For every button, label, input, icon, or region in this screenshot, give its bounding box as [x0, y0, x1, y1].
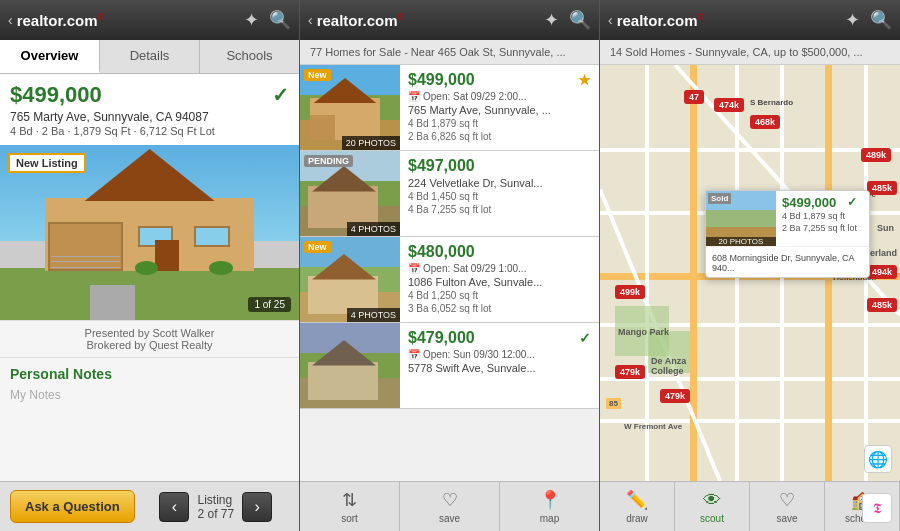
cal-icon-1: 📅: [408, 91, 420, 102]
header-actions-1: ✦ 🔍: [244, 9, 291, 31]
popup-address: 608 Morningside Dr, Sunnyvale, CA 940...: [712, 253, 863, 273]
back-button-3[interactable]: ‹: [608, 12, 613, 28]
tab-details[interactable]: Details: [100, 40, 200, 73]
l-addr-3: 1086 Fulton Ave, Sunvale...: [408, 276, 591, 288]
price-bubble[interactable]: 474k: [714, 98, 744, 112]
popup-thumb: Sold 20 PHOTOS $499,000 ✓ 4 Bd 1,879 sq …: [706, 191, 869, 246]
l-beds-3: 4 Bd 1,250 sq ft: [408, 290, 591, 301]
sort-button[interactable]: ⇅ sort: [300, 482, 400, 531]
next-listing-button[interactable]: ›: [242, 492, 272, 522]
listing-info-4: $479,000 ✓ 📅 Open: Sun 09/30 12:00... 57…: [400, 323, 599, 408]
saved-checkmark: ✓: [272, 83, 289, 107]
personal-notes-section: Personal Notes My Notes: [0, 358, 299, 416]
favorite-icon-2[interactable]: ✦: [544, 9, 559, 31]
search-icon-3[interactable]: 🔍: [870, 9, 892, 31]
l-price-2: $497,000: [408, 157, 591, 175]
map-background: Mango Park De AnzaCollege Sun Cumberland…: [600, 65, 900, 481]
popup-price: $499,000 ✓: [782, 195, 857, 210]
tab-overview[interactable]: Overview: [0, 40, 100, 73]
save-label-2: save: [439, 513, 460, 524]
draw-button[interactable]: ✏️ draw: [600, 482, 675, 531]
back-button[interactable]: ‹: [8, 12, 13, 28]
price-bubble[interactable]: 479k: [660, 389, 690, 403]
draw-icon: ✏️: [626, 489, 648, 511]
list-item[interactable]: PENDING 4 PHOTOS $497,000 224 Velvetlake…: [300, 151, 599, 237]
l-price-4: $479,000 ✓: [408, 329, 591, 347]
favorite-icon-3[interactable]: ✦: [845, 9, 860, 31]
price-bubble[interactable]: 494k: [867, 265, 897, 279]
map-subtitle: 14 Sold Homes - Sunnyvale, CA, up to $50…: [600, 40, 900, 65]
listing-list: New 20 PHOTOS $499,000 ★ 📅 Open: Sat 09/…: [300, 65, 599, 481]
map-popup[interactable]: Sold 20 PHOTOS $499,000 ✓ 4 Bd 1,879 sq …: [705, 190, 870, 278]
svg-marker-1: [313, 78, 377, 104]
map-label-85: 85: [606, 398, 621, 409]
panel-map: ‹ realtor.com® ✦ 🔍 14 Sold Homes - Sunny…: [600, 0, 900, 531]
photos-badge-1: 20 PHOTOS: [342, 136, 400, 150]
listing-thumb-1: New 20 PHOTOS: [300, 65, 400, 150]
cal-icon-3: 📅: [408, 263, 420, 274]
listing-info-3: $480,000 📅 Open: Sat 09/29 1:00... 1086 …: [400, 237, 599, 322]
tab-schools[interactable]: Schools: [200, 40, 299, 73]
l-beds-1: 4 Bd 1,879 sq ft: [408, 118, 591, 129]
search-icon-1[interactable]: 🔍: [269, 9, 291, 31]
l-open-3: 📅 Open: Sat 09/29 1:00...: [408, 263, 591, 274]
save-icon-3: ♡: [779, 489, 795, 511]
sort-icon: ⇅: [342, 489, 357, 511]
listing-details: 4 Bd · 2 Ba · 1,879 Sq Ft · 6,712 Sq Ft …: [10, 125, 289, 137]
l-price-1: $499,000 ★: [408, 71, 591, 89]
l-star-1: ★: [578, 72, 591, 88]
price-bubble[interactable]: 499k: [615, 285, 645, 299]
pending-badge-2: PENDING: [304, 155, 353, 167]
map-label-fremont: W Fremont Ave: [624, 422, 682, 431]
favorite-icon[interactable]: ✦: [244, 9, 259, 31]
listing-image-wrapper[interactable]: New Listing: [0, 145, 299, 320]
map-button[interactable]: 📍 map: [500, 482, 599, 531]
back-button-2[interactable]: ‹: [308, 12, 313, 28]
price-bubble[interactable]: 489k: [861, 148, 891, 162]
l-price-3: $480,000: [408, 243, 591, 261]
popup-sold-badge: Sold: [708, 193, 731, 204]
ask-question-button[interactable]: Ask a Question: [10, 490, 135, 523]
price-bubble[interactable]: 468k: [750, 115, 780, 129]
svg-marker-3: [312, 254, 376, 280]
header-3: ‹ realtor.com® ✦ 🔍: [600, 0, 900, 40]
list-item[interactable]: New 4 PHOTOS $480,000 📅 Open: Sat 09/29 …: [300, 237, 599, 323]
price-bubble[interactable]: 47: [684, 90, 704, 104]
l-addr-1: 765 Marty Ave, Sunnyvale, ...: [408, 104, 591, 116]
price-bubble[interactable]: 485k: [867, 181, 897, 195]
l-check-4: ✓: [579, 330, 591, 346]
price-bubble[interactable]: 485k: [867, 298, 897, 312]
header-1: ‹ realtor.com® ✦ 🔍: [0, 0, 299, 40]
l-open-4: 📅 Open: Sun 09/30 12:00...: [408, 349, 591, 360]
header-actions-2: ✦ 🔍: [544, 9, 591, 31]
price-bubble[interactable]: 479k: [615, 365, 645, 379]
prev-listing-button[interactable]: ‹: [159, 492, 189, 522]
save-icon-2: ♡: [442, 489, 458, 511]
road: [645, 65, 649, 481]
cal-icon-4: 📅: [408, 349, 420, 360]
header-2: ‹ realtor.com® ✦ 🔍: [300, 0, 599, 40]
scout-button[interactable]: 👁 scout: [675, 482, 750, 531]
image-counter: 1 of 25: [248, 297, 291, 312]
photos-badge-3: 4 PHOTOS: [347, 308, 400, 322]
my-notes-field[interactable]: My Notes: [10, 382, 289, 408]
map-area[interactable]: Mango Park De AnzaCollege Sun Cumberland…: [600, 65, 900, 481]
globe-button[interactable]: 🌐: [864, 445, 892, 473]
map-label-deanza: De AnzaCollege: [651, 356, 686, 376]
logo-3: realtor.com®: [617, 12, 845, 29]
listing-thumb-3: New 4 PHOTOS: [300, 237, 400, 322]
save-button-3[interactable]: ♡ save: [750, 482, 825, 531]
list-item[interactable]: $479,000 ✓ 📅 Open: Sun 09/30 12:00... 57…: [300, 323, 599, 409]
draw-label: draw: [626, 513, 648, 524]
svg-marker-0: [84, 149, 215, 202]
l-beds-2: 4 Bd 1,450 sq ft: [408, 191, 591, 202]
save-button-2[interactable]: ♡ save: [400, 482, 500, 531]
search-icon-2[interactable]: 🔍: [569, 9, 591, 31]
list-item[interactable]: New 20 PHOTOS $499,000 ★ 📅 Open: Sat 09/…: [300, 65, 599, 151]
price-section: $499,000 ✓ 765 Marty Ave, Sunnyvale, CA …: [0, 74, 299, 145]
scout-label: scout: [700, 513, 724, 524]
road: [690, 65, 697, 481]
l-addr-2: 224 Velvetlake Dr, Sunval...: [408, 177, 591, 189]
times-logo[interactable]: 𝕿: [862, 493, 892, 523]
save-label-3: save: [776, 513, 797, 524]
